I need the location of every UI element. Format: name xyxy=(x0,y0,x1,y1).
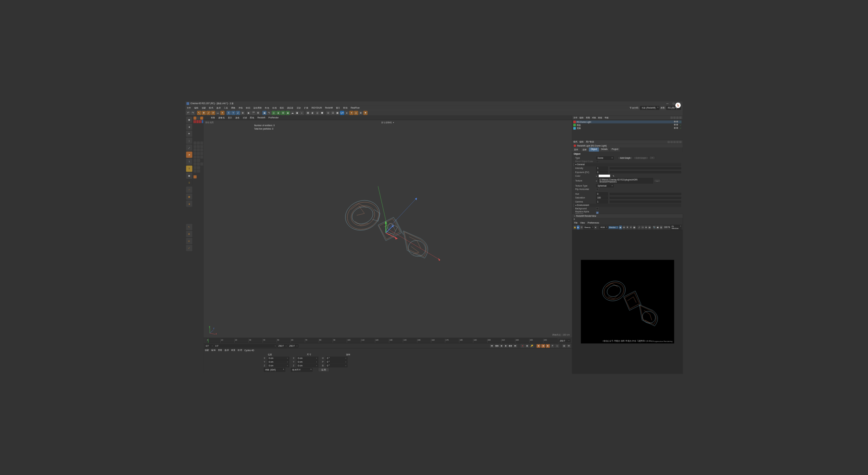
recent-tool-icon[interactable]: ▭ xyxy=(216,111,220,115)
object-item[interactable]: 克隆✓ xyxy=(573,127,682,130)
p4-icon[interactable] xyxy=(194,120,195,123)
gamma-slider[interactable] xyxy=(610,201,681,203)
menu-动画[interactable]: 动画 xyxy=(271,107,278,110)
k2-icon[interactable]: ◆ xyxy=(541,344,545,347)
p8-icon[interactable] xyxy=(200,120,202,123)
om-i1-icon[interactable] xyxy=(670,116,673,119)
r10-icon[interactable] xyxy=(194,152,197,155)
menu-创建[interactable]: 创建 xyxy=(200,107,208,110)
menu-体积[interactable]: 体积 xyxy=(244,107,252,110)
record-icon[interactable]: ● xyxy=(521,344,525,347)
misc3-icon[interactable]: ▦ xyxy=(335,111,340,115)
frame-a-field[interactable]: 250 F xyxy=(277,344,288,347)
rv-prefs-menu[interactable]: Preferences xyxy=(588,222,599,224)
axis-mode-icon[interactable]: ✥ xyxy=(186,131,192,137)
menu-模式[interactable]: 模式 xyxy=(208,107,215,110)
render-settings-icon[interactable]: ⚙ xyxy=(256,111,260,115)
r24-icon[interactable] xyxy=(197,169,200,172)
r7-icon[interactable] xyxy=(194,149,197,152)
btab-Cycles 4D[interactable]: Cycles 4D xyxy=(244,349,254,352)
cube-primitive-icon[interactable]: ▣ xyxy=(262,111,267,115)
rv-rgb-dropdown[interactable]: RGB xyxy=(599,226,608,229)
attr-tab-Object[interactable]: Object xyxy=(589,148,599,152)
grid-snap-icon[interactable]: ▦ xyxy=(186,194,192,200)
om-menu-编辑[interactable]: 编辑 xyxy=(579,116,584,119)
menu-网格[interactable]: 网格 xyxy=(230,107,237,110)
key-icon[interactable]: 🔑 xyxy=(530,344,534,347)
menu-角色[interactable]: 角色 xyxy=(263,107,271,110)
misc1-icon[interactable]: ⊙ xyxy=(326,111,330,115)
k7-icon[interactable]: ⊞ xyxy=(567,344,571,347)
r9-icon[interactable] xyxy=(200,149,203,152)
menu-编辑[interactable]: 编辑 xyxy=(193,107,200,110)
r14-icon[interactable] xyxy=(197,155,200,158)
r25-icon[interactable] xyxy=(194,175,197,178)
p6-icon[interactable] xyxy=(197,120,198,123)
grid2-icon[interactable]: ◈ xyxy=(186,201,192,207)
hue-slider[interactable] xyxy=(610,193,681,195)
btab-查看[interactable]: 查看 xyxy=(218,349,222,352)
r12-icon[interactable] xyxy=(200,152,203,155)
replace-alpha-checkbox[interactable]: ✓ xyxy=(596,212,598,214)
rot-H-field[interactable]: 0 ° xyxy=(326,357,347,360)
misc8-icon[interactable]: ⊕ xyxy=(359,111,363,115)
rv-ball-icon[interactable]: ● xyxy=(594,225,597,229)
step-back-icon[interactable]: ◀◀ xyxy=(495,344,498,347)
r2-icon[interactable] xyxy=(197,141,200,145)
workplane-icon[interactable]: ▦ xyxy=(186,173,192,179)
r18-icon[interactable] xyxy=(194,163,197,166)
vp-menu-查看[interactable]: 查看 xyxy=(210,117,217,119)
am-back-icon[interactable] xyxy=(668,141,670,143)
size-Z-field[interactable]: 0 cm xyxy=(297,364,318,367)
p5-icon[interactable] xyxy=(195,120,197,123)
rv-sun-icon[interactable]: ☀ xyxy=(629,225,632,229)
vp-menu-选项[interactable]: 选项 xyxy=(234,117,241,119)
magnet-icon[interactable]: ∩ xyxy=(186,187,192,193)
minimize-button[interactable]: — xyxy=(666,102,669,105)
apply-button[interactable]: 应用 xyxy=(318,368,329,372)
textype-dropdown[interactable]: Spherical xyxy=(596,184,614,187)
pen-icon[interactable]: ✎ xyxy=(267,111,271,115)
intensity-slider[interactable] xyxy=(610,167,681,169)
menu-帮助[interactable]: 帮助 xyxy=(342,107,349,110)
btab-编辑[interactable]: 编辑 xyxy=(211,349,216,352)
attr-tab-基本[interactable]: 基本 xyxy=(572,148,580,152)
timeline-end-field[interactable]: 250 F xyxy=(559,339,570,342)
timeline-ruler[interactable]: 0102030405060708090100110120130140150160… xyxy=(203,338,572,343)
cursor-icon[interactable]: ↖ xyxy=(186,224,192,230)
color-swatch[interactable] xyxy=(598,174,610,177)
stage-icon[interactable]: ◎ xyxy=(315,111,319,115)
move2-icon[interactable]: ✥ xyxy=(186,231,192,237)
rot-B-field[interactable]: 0 ° xyxy=(326,364,347,367)
extrude-icon[interactable]: ◈ xyxy=(276,111,281,115)
y-axis-icon[interactable]: Y xyxy=(231,111,236,115)
array-icon[interactable]: ⊞ xyxy=(281,111,285,115)
deformer-icon[interactable]: ◉ xyxy=(285,111,290,115)
rv-snap2-icon[interactable]: ▣ xyxy=(656,225,659,229)
vp-menu-ProRender[interactable]: ProRender xyxy=(267,117,280,119)
r6-icon[interactable] xyxy=(200,145,203,148)
k4-icon[interactable]: P xyxy=(551,344,554,347)
menu-工具[interactable]: 工具 xyxy=(222,107,230,110)
om-menu-标签[interactable]: 标签 xyxy=(598,116,603,119)
r23-icon[interactable] xyxy=(194,169,197,172)
om-menu-书签[interactable]: 书签 xyxy=(605,116,609,119)
texture-path-field[interactable]: E:\Maxon Cinema 4D R21\plugins\HDRI Brow… xyxy=(598,178,653,184)
menu-渲染[interactable]: 渲染 xyxy=(295,107,302,110)
p3-icon[interactable]: + xyxy=(200,117,203,120)
p2-icon[interactable] xyxy=(197,117,200,120)
menu-扩展[interactable]: 扩展 xyxy=(302,107,310,110)
r22-icon[interactable] xyxy=(197,166,200,169)
rv-snap3-icon[interactable]: ▥ xyxy=(660,225,663,229)
rv-z2-icon[interactable]: ⊡ xyxy=(641,225,644,229)
coord-sys-icon[interactable]: ⊕ xyxy=(240,111,245,115)
k6-icon[interactable]: ▥ xyxy=(562,344,566,347)
menu-运动图形[interactable]: 运动图形 xyxy=(252,107,263,110)
rv-bucket-icon[interactable]: ▦ xyxy=(633,225,635,229)
x-axis-icon[interactable]: X xyxy=(226,111,231,115)
r16-icon[interactable] xyxy=(194,159,197,162)
rv-fit-dropdown[interactable]: Fit Window xyxy=(671,225,682,230)
rv-aov-dropdown[interactable]: Beauty xyxy=(584,226,593,229)
move-tool-icon[interactable]: ✥ xyxy=(202,111,206,115)
rv-grid-icon[interactable]: ⊞ xyxy=(623,225,625,229)
